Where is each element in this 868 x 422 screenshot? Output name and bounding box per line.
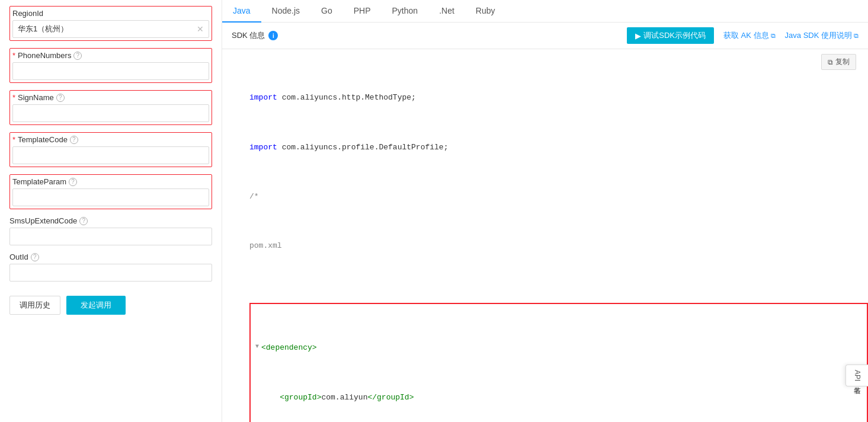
phonenumbers-field-group: * PhoneNumbers ? — [9, 48, 212, 83]
outid-label-text: OutId — [9, 252, 28, 261]
templateparam-field-group: TemplateParam ? — [9, 174, 212, 209]
left-panel: RegionId 华东1（杭州） ✕ * PhoneNumbers ? * Si… — [0, 0, 222, 422]
regionid-label: RegionId — [12, 9, 209, 18]
smsupextendcode-label-text: SmsUpExtendCode — [9, 216, 77, 225]
templatecode-border-box: * TemplateCode ? — [9, 132, 212, 167]
tab-nodejs[interactable]: Node.js — [261, 0, 310, 23]
sdk-info-right: ▶ 调试SDK示例代码 获取 AK 信息 ⧉ Java SDK 使用说明 ⧉ — [627, 27, 859, 44]
templatecode-required-star: * — [12, 135, 15, 144]
regionid-input-wrapper[interactable]: 华东1（杭州） ✕ — [12, 20, 209, 38]
line-content: import com.aliyuncs.profile.DefaultProfi… — [249, 142, 859, 154]
debug-button[interactable]: ▶ 调试SDK示例代码 — [627, 27, 714, 44]
sdk-usage-link[interactable]: Java SDK 使用说明 ⧉ — [785, 30, 859, 41]
tab-net[interactable]: .Net — [428, 0, 465, 23]
smsupextendcode-help-icon[interactable]: ? — [79, 217, 88, 225]
smsupextendcode-input[interactable] — [9, 228, 212, 245]
line-content: <dependency> — [261, 342, 855, 354]
templatecode-field-group: * TemplateCode ? — [9, 132, 212, 167]
code-line: import com.aliyuncs.profile.DefaultProfi… — [222, 142, 868, 154]
signname-label-text: SignName — [18, 93, 54, 102]
phonenumbers-border-box: * PhoneNumbers ? — [9, 48, 212, 83]
regionid-value: 华东1（杭州） — [18, 24, 197, 34]
outid-input[interactable] — [9, 264, 212, 282]
sdk-usage-label: Java SDK 使用说明 — [785, 30, 852, 41]
sdk-info-bar: SDK 信息 i ▶ 调试SDK示例代码 获取 AK 信息 ⧉ Java SDK… — [222, 23, 868, 49]
signname-field-group: * SignName ? — [9, 90, 212, 125]
signname-border-box: * SignName ? — [9, 90, 212, 125]
outid-label: OutId ? — [9, 252, 212, 261]
tab-ruby[interactable]: Ruby — [465, 0, 506, 23]
external-link-icon-2: ⧉ — [854, 32, 859, 40]
line-content: <groupId>com.aliyun</groupId> — [261, 392, 855, 404]
templateparam-help-icon[interactable]: ? — [69, 178, 77, 186]
outid-field-group: OutId ? — [9, 252, 212, 282]
templateparam-label-text: TemplateParam — [12, 177, 66, 186]
templatecode-label: * TemplateCode ? — [12, 135, 209, 144]
sdk-info-left: SDK 信息 i — [232, 30, 278, 41]
right-panel: Java Node.js Go PHP Python .Net Ruby SDK… — [222, 0, 868, 422]
ak-info-link[interactable]: 获取 AK 信息 ⧉ — [723, 30, 776, 41]
history-button[interactable]: 调用历史 — [9, 296, 60, 315]
ak-info-label: 获取 AK 信息 — [723, 30, 769, 41]
code-line: /* — [222, 191, 868, 203]
templateparam-border-box: TemplateParam ? — [9, 174, 212, 209]
templateparam-input[interactable] — [12, 188, 209, 206]
code-container[interactable]: ⧉ 复制 import com.aliyuncs.http.MethodType… — [222, 49, 868, 422]
templatecode-input[interactable] — [12, 146, 209, 164]
info-icon: i — [268, 31, 278, 40]
tab-go[interactable]: Go — [310, 0, 343, 23]
sdk-info-label: SDK 信息 — [232, 30, 265, 41]
invoke-button[interactable]: 发起调用 — [66, 296, 126, 315]
templateparam-label: TemplateParam ? — [12, 177, 209, 186]
signname-input[interactable] — [12, 104, 209, 122]
smsupextendcode-field-group: SmsUpExtendCode ? — [9, 216, 212, 245]
debug-button-label: 调试SDK示例代码 — [643, 30, 706, 41]
phonenumbers-input[interactable] — [12, 62, 209, 80]
phonenumbers-required-star: * — [12, 51, 15, 60]
phonenumbers-help-icon[interactable]: ? — [73, 52, 82, 60]
tab-php[interactable]: PHP — [343, 0, 382, 23]
templatecode-label-text: TemplateCode — [18, 135, 68, 144]
tab-python[interactable]: Python — [382, 0, 429, 23]
smsupextendcode-label: SmsUpExtendCode ? — [9, 216, 212, 225]
signname-label: * SignName ? — [12, 93, 209, 102]
regionid-clear-icon[interactable]: ✕ — [197, 24, 204, 34]
api-sign-button[interactable]: API签名 — [845, 365, 868, 386]
tab-bar: Java Node.js Go PHP Python .Net Ruby — [222, 0, 868, 23]
fold-button[interactable]: ▼ — [253, 342, 261, 351]
phonenumbers-label: * PhoneNumbers ? — [12, 51, 209, 60]
phonenumbers-label-text: PhoneNumbers — [18, 51, 71, 60]
code-line: import com.aliyuncs.http.MethodType; — [222, 92, 868, 104]
bottom-buttons: 调用历史 发起调用 — [9, 291, 212, 315]
regionid-border-box: RegionId 华东1（杭州） ✕ — [9, 6, 212, 41]
code-line: pom.xml — [222, 240, 868, 252]
play-icon: ▶ — [635, 31, 641, 40]
line-content: import com.aliyuncs.http.MethodType; — [249, 92, 859, 104]
regionid-field-group: RegionId 华东1（杭州） ✕ — [9, 6, 212, 41]
line-content: /* — [249, 191, 859, 203]
external-link-icon: ⧉ — [771, 32, 776, 40]
signname-help-icon[interactable]: ? — [56, 94, 65, 102]
tab-java[interactable]: Java — [222, 0, 261, 23]
regionid-label-text: RegionId — [12, 9, 43, 18]
code-line: ▼ <dependency> — [253, 342, 864, 354]
dependency-highlight-box: ▼ <dependency> <groupId>com.aliyun</grou… — [249, 303, 868, 422]
line-content: pom.xml — [249, 240, 859, 252]
signname-required-star: * — [12, 93, 15, 102]
templatecode-help-icon[interactable]: ? — [70, 136, 78, 144]
code-block: import com.aliyuncs.http.MethodType; imp… — [222, 49, 868, 422]
code-line: <groupId>com.aliyun</groupId> — [253, 392, 864, 404]
outid-help-icon[interactable]: ? — [31, 253, 39, 261]
